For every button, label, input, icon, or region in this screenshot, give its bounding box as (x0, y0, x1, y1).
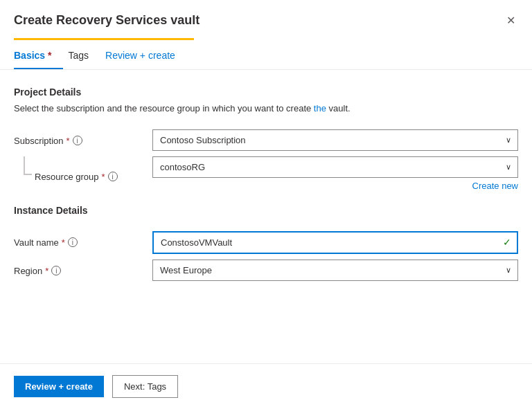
tab-basics[interactable]: Basics * (14, 43, 63, 69)
vault-input-wrapper: ✓ (152, 231, 518, 254)
vault-name-label: Vault name * i (14, 237, 166, 248)
vault-name-input[interactable] (152, 231, 518, 254)
rg-tree-line (14, 156, 35, 191)
create-dialog: Create Recovery Services vault ✕ Basics … (0, 0, 532, 409)
rg-required: * (102, 172, 105, 182)
region-control: West Europe ∨ (152, 260, 518, 281)
project-details-title: Project Details (14, 87, 518, 98)
region-select[interactable]: West Europe (152, 260, 518, 281)
region-select-wrapper: West Europe ∨ (152, 260, 518, 281)
rg-label-col: Resource group * i (35, 156, 152, 191)
rg-control-col: contosoRG ∨ Create new (152, 156, 518, 191)
rg-info-icon[interactable]: i (108, 172, 118, 181)
vault-check-icon: ✓ (503, 237, 511, 248)
basics-required-star: * (45, 50, 51, 61)
region-row: Region * i West Europe ∨ (14, 260, 518, 281)
review-create-button[interactable]: Review + create (14, 376, 104, 397)
close-button[interactable]: ✕ (504, 11, 518, 30)
vault-name-label-col: Vault name * i (14, 231, 152, 248)
create-new-link[interactable]: Create new (152, 181, 518, 191)
instance-details-title: Instance Details (14, 205, 518, 216)
tab-tags[interactable]: Tags (69, 43, 100, 69)
dialog-title: Create Recovery Services vault (14, 13, 200, 28)
footer: Review + create Next: Tags (0, 364, 532, 409)
region-info-icon[interactable]: i (51, 266, 61, 275)
vault-info-icon[interactable]: i (68, 237, 78, 247)
subscription-row: Subscription * i Contoso Subscription ∨ (14, 129, 518, 151)
resource-group-select[interactable]: contosoRG (152, 156, 518, 178)
subscription-select-wrapper: Contoso Subscription ∨ (152, 129, 518, 151)
spacer (14, 220, 518, 231)
subscription-info-icon[interactable]: i (73, 136, 82, 145)
desc-text-1: Select the subscription and the resource… (14, 103, 314, 113)
region-label: Region * i (14, 266, 166, 276)
desc-highlight: the (314, 103, 326, 113)
dialog-header: Create Recovery Services vault ✕ (0, 0, 532, 38)
next-tags-button[interactable]: Next: Tags (112, 375, 178, 398)
subscription-select[interactable]: Contoso Subscription (152, 129, 518, 151)
region-label-col: Region * i (14, 260, 152, 276)
vault-name-row: Vault name * i ✓ (14, 231, 518, 254)
rg-select-wrapper: contosoRG ∨ (152, 156, 518, 178)
title-underline (14, 38, 194, 40)
vault-name-control: ✓ (152, 231, 518, 254)
tabs-container: Basics * Tags Review + create (0, 43, 532, 70)
subscription-label-col: Subscription * i (14, 129, 152, 146)
desc-text-2: vault. (326, 103, 351, 113)
vault-required: * (62, 237, 65, 248)
region-required: * (45, 266, 48, 276)
project-details-desc: Select the subscription and the resource… (14, 102, 518, 116)
subscription-required: * (66, 136, 70, 146)
subscription-control: Contoso Subscription ∨ (152, 129, 518, 151)
resource-group-container: Resource group * i contosoRG ∨ Create ne… (14, 156, 518, 191)
subscription-label: Subscription * i (14, 136, 166, 146)
tab-review-create[interactable]: Review + create (105, 43, 186, 69)
form-content: Project Details Select the subscription … (0, 70, 532, 363)
